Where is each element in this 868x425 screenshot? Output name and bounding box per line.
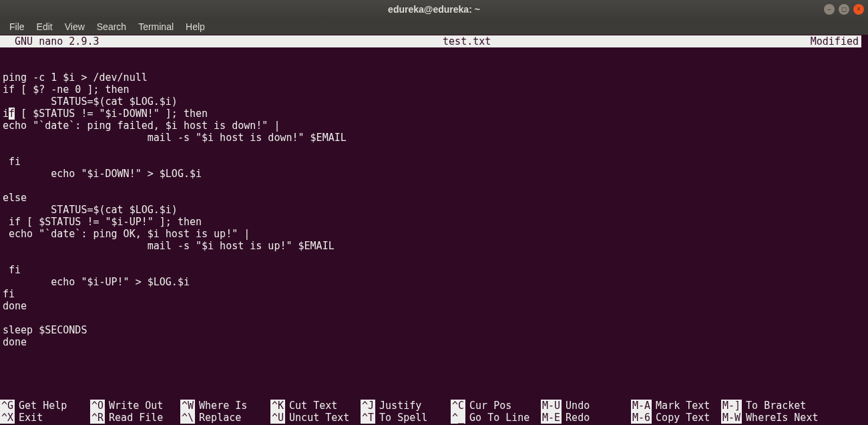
shortcut-key: ^\ [180,412,195,424]
shortcut-label: Write Out [105,400,163,412]
editor-line: mail -s "$i host is up!" $EMAIL [3,240,865,252]
menu-item-help[interactable]: Help [180,19,210,34]
shortcut-mark-text: M-AMark Text [631,400,721,412]
shortcut-key: ^R [90,412,105,424]
shortcut-label: Mark Text [652,400,710,412]
shortcut-key: ^C [451,400,465,412]
editor-line: fi [3,264,865,276]
shortcut-key: M-6 [631,412,652,424]
shortcut-key: M-W [721,412,742,424]
shortcut-key: ^J [361,400,375,412]
shortcut-key: ^K [270,400,285,412]
editor-line: echo "`date`: ping OK, $i host is up!" | [3,228,865,240]
shortcut-cur-pos: ^CCur Pos [451,400,541,412]
editor-line: done [3,300,865,312]
shortcut-key: M-A [631,400,652,412]
nano-filename: test.txt [440,35,493,47]
window-controls: – ◻ × [824,4,864,15]
editor-line [3,252,865,264]
editor-line: mail -s "$i host is down!" $EMAIL [3,132,865,144]
shortcut-redo: M-ERedo [541,412,631,424]
editor-line [3,144,865,156]
shortcut-key: ^O [90,400,105,412]
shortcut-label: Justify [375,400,421,412]
editor-line [3,180,865,192]
nano-shortcut-bar: ^GGet Help^OWrite Out^WWhere Is^KCut Tex… [0,400,868,425]
shortcut-justify: ^JJustify [361,400,451,412]
menu-item-search[interactable]: Search [91,19,132,34]
editor-line: if [ $STATUS != "$i-DOWN!" ]; then [3,108,865,120]
shortcut-get-help: ^GGet Help [0,400,90,412]
editor-line [3,59,865,72]
editor-content[interactable]: ping -c 1 $i > /dev/nullif [ $? -ne 0 ];… [0,47,868,400]
shortcut-row-1: ^GGet Help^OWrite Out^WWhere Is^KCut Tex… [0,400,868,412]
shortcut-label: Go To Line [465,412,529,424]
nano-modified-indicator: Modified [808,35,861,47]
editor-line: STATUS=$(cat $LOG.$i) [3,204,865,216]
editor-line: if [ $STATUS != "$i-UP!" ]; then [3,216,865,228]
nano-version: GNU nano 2.9.3 [0,35,126,47]
nano-header-spacer [126,35,440,47]
shortcut-key: ^_ [451,412,465,424]
editor-line: echo "$i-UP!" > $LOG.$i [3,276,865,288]
editor-line: else [3,192,865,204]
shortcut-label: Undo [562,400,590,412]
nano-header-bar: GNU nano 2.9.3 test.txt Modified [0,35,868,47]
maximize-button[interactable]: ◻ [839,4,849,15]
editor-line: if [ $? -ne 0 ]; then [3,84,865,96]
shortcut-go-to-line: ^_Go To Line [451,412,541,424]
window-titlebar: edureka@edureka: ~ – ◻ × [0,0,868,19]
shortcut-uncut-text: ^UUncut Text [270,412,361,424]
editor-line: done [3,336,865,348]
shortcut-exit: ^XExit [0,412,90,424]
shortcut-to-spell: ^TTo Spell [361,412,451,424]
editor-line [3,312,865,324]
shortcut-replace: ^\Replace [180,412,270,424]
window-title: edureka@edureka: ~ [5,3,863,15]
shortcut-label: Exit [15,412,43,424]
shortcut-label: Cur Pos [465,400,511,412]
editor-line: STATUS=$(cat $LOG.$i) [3,96,865,108]
shortcut-to-bracket: M-]To Bracket [721,400,806,412]
shortcut-key: M-U [541,400,562,412]
editor-line: fi [3,288,865,300]
shortcut-key: ^U [270,412,285,424]
shortcut-label: Replace [195,412,241,424]
shortcut-label: Cut Text [285,400,337,412]
shortcut-label: Redo [562,412,590,424]
shortcut-whereis-next: M-WWhereIs Next [721,412,818,424]
shortcut-undo: M-UUndo [541,400,631,412]
shortcut-label: WhereIs Next [742,412,818,424]
menu-item-edit[interactable]: Edit [31,19,58,34]
menu-item-view[interactable]: View [59,19,90,34]
editor-line: sleep $SECONDS [3,324,865,336]
shortcut-key: ^T [361,412,375,424]
editor-line: echo "`date`: ping failed, $i host is do… [3,120,865,132]
shortcut-label: Where Is [195,400,247,412]
shortcut-copy-text: M-6Copy Text [631,412,721,424]
shortcut-write-out: ^OWrite Out [90,400,180,412]
shortcut-label: Copy Text [652,412,710,424]
shortcut-key: M-E [541,412,562,424]
shortcut-label: Get Help [15,400,67,412]
minimize-button[interactable]: – [824,4,835,15]
shortcut-key: ^X [0,412,15,424]
editor-line: fi [3,156,865,168]
shortcut-label: Uncut Text [285,412,349,424]
nano-header-spacer [493,35,807,47]
shortcut-label: Read File [105,412,163,424]
shortcut-key: ^W [180,400,195,412]
shortcut-key: ^G [0,400,15,412]
menu-item-terminal[interactable]: Terminal [133,19,179,34]
shortcut-cut-text: ^KCut Text [270,400,361,412]
shortcut-row-2: ^XExit^RRead File^\Replace^UUncut Text^T… [0,412,868,424]
editor-line: ping -c 1 $i > /dev/null [3,72,865,84]
menubar: FileEditViewSearchTerminalHelp [0,19,868,35]
shortcut-label: To Spell [375,412,427,424]
close-button[interactable]: × [853,4,864,15]
shortcut-where-is: ^WWhere Is [180,400,270,412]
menu-item-file[interactable]: File [4,19,30,34]
text-cursor: f [9,108,15,120]
editor-line [3,47,865,59]
shortcut-read-file: ^RRead File [90,412,180,424]
